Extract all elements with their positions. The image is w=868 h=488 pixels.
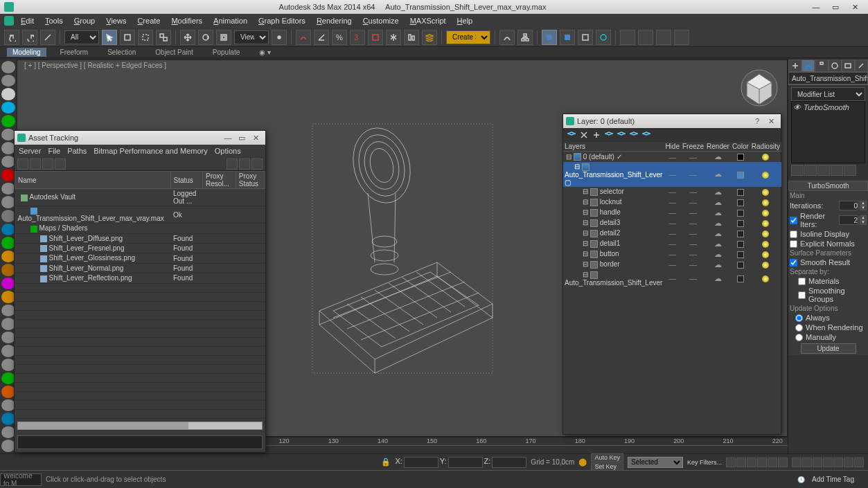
asset-slider[interactable] — [17, 422, 263, 430]
render-iters-input[interactable] — [839, 215, 858, 225]
smooth-result-check[interactable] — [790, 259, 797, 266]
asset-menu-paths[interactable]: Paths — [67, 147, 87, 155]
window-crossing-button[interactable] — [156, 30, 171, 45]
layer-row[interactable]: ⊟ detail2——☁ — [563, 228, 781, 239]
percent-snap-button[interactable]: % — [332, 30, 347, 45]
viewport-label[interactable]: [ + ] [ Perspective ] [ Realistic + Edge… — [24, 62, 166, 69]
update-manual-radio[interactable] — [795, 334, 803, 341]
asset-panel-maximize[interactable]: ▭ — [235, 134, 249, 143]
menu-modifiers[interactable]: Modifiers — [167, 15, 206, 26]
menu-animation[interactable]: Animation — [209, 15, 251, 26]
layer-row[interactable]: ⊟ detail3——☁ — [563, 218, 781, 228]
zoom-all-button[interactable] — [813, 458, 822, 467]
select-name-button[interactable] — [120, 30, 135, 45]
tab-display[interactable] — [842, 60, 855, 72]
asset-tool-4[interactable] — [55, 159, 66, 170]
goto-end-button[interactable] — [768, 458, 777, 467]
layer-panel[interactable]: Layer: 0 (default) ? ✕ LayersHideFreezeR… — [563, 114, 781, 435]
asset-col-name[interactable]: Name — [15, 172, 171, 189]
left-tool-26[interactable] — [1, 413, 15, 425]
remove-mod-button[interactable] — [831, 165, 843, 176]
left-tool-20[interactable] — [1, 332, 15, 344]
asset-menu-bitmap-performance-and-memory[interactable]: Bitmap Performance and Memory — [94, 147, 207, 155]
smoothing-groups-check[interactable] — [798, 291, 806, 299]
prev-frame-button[interactable] — [736, 458, 746, 467]
asset-row[interactable]: Auto_Transmission_Shift_Lever_max_vray.m… — [15, 206, 265, 224]
curve-editor-button[interactable] — [499, 30, 515, 45]
left-tool-9[interactable] — [1, 183, 15, 195]
layer-row[interactable]: ⊟ 0 (default) ✓——☁ — [563, 152, 781, 163]
sel-hl-button[interactable] — [603, 129, 614, 141]
left-tool-19[interactable] — [1, 318, 15, 330]
asset-tool-2[interactable] — [30, 159, 41, 170]
layer-row[interactable]: ⊟ detail1——☁ — [563, 239, 781, 249]
spinner-snap-button[interactable]: 3 — [350, 30, 365, 45]
asset-tool-3[interactable] — [42, 159, 53, 170]
left-tool-17[interactable] — [1, 291, 15, 303]
hide-unhide-button[interactable] — [628, 129, 639, 141]
y-input[interactable] — [448, 457, 483, 468]
render-frame-button[interactable] — [578, 30, 593, 45]
add-to-layer-button[interactable] — [591, 129, 602, 141]
app-menu-icon[interactable] — [4, 16, 14, 26]
minimize-button[interactable]: — — [807, 1, 825, 13]
goto-start-button[interactable] — [726, 458, 736, 467]
left-tool-0[interactable] — [1, 61, 15, 73]
asset-col-status[interactable]: Status — [170, 172, 203, 189]
asset-row[interactable]: Shift_Lever_Fresnel.pngFound — [15, 244, 265, 253]
pivot-button[interactable] — [272, 30, 287, 45]
left-tool-22[interactable] — [1, 359, 15, 371]
new-layer-button[interactable] — [566, 129, 577, 141]
tab-hierarchy[interactable] — [815, 60, 828, 72]
z-input[interactable] — [492, 457, 526, 468]
left-tool-8[interactable] — [1, 169, 15, 181]
isoline-check[interactable] — [790, 231, 797, 238]
spin-up[interactable]: ▲ — [860, 201, 867, 206]
render-iters-check[interactable] — [790, 217, 797, 224]
menu-views[interactable]: Views — [102, 15, 130, 26]
ribbon-tab-selection[interactable]: Selection — [102, 48, 141, 57]
add-time-tag[interactable]: Add Time Tag — [812, 476, 854, 483]
key-target-select[interactable]: Selected — [628, 457, 683, 468]
left-tool-28[interactable] — [1, 440, 15, 452]
select-object-button[interactable] — [102, 30, 117, 45]
layer-col-freeze[interactable]: Freeze — [681, 142, 705, 152]
ribbon-tab-modeling[interactable]: Modeling — [7, 48, 46, 57]
show-result-button[interactable] — [804, 165, 817, 176]
left-tool-18[interactable] — [1, 305, 15, 317]
update-render-radio[interactable] — [795, 324, 803, 332]
menu-rendering[interactable]: Rendering — [312, 15, 356, 26]
render-button[interactable] — [596, 30, 611, 45]
menu-create[interactable]: Create — [133, 15, 164, 26]
layer-row[interactable]: ⊟ Auto_Transmission_Shift_Lever——☁ — [563, 270, 781, 287]
asset-footer-input[interactable] — [17, 435, 263, 449]
zoom-button[interactable] — [802, 458, 812, 467]
left-tool-10[interactable] — [1, 196, 15, 208]
layer-row[interactable]: ⊟ locknut——☁ — [563, 197, 781, 208]
left-tool-13[interactable] — [1, 237, 15, 249]
ribbon-overflow[interactable]: ◉ ▾ — [254, 48, 276, 57]
auto-key-button[interactable]: Auto Key — [591, 453, 623, 462]
asset-row[interactable]: Shift_Lever_Normal.pngFound — [15, 263, 265, 273]
named-sel-button[interactable] — [368, 30, 383, 45]
next-frame-button[interactable] — [757, 458, 767, 467]
tab-create[interactable] — [788, 60, 801, 72]
reference-coord-select[interactable]: View — [234, 30, 269, 44]
unique-button[interactable] — [817, 165, 830, 176]
rollout-header[interactable]: TurboSmooth — [788, 181, 868, 191]
link-button[interactable] — [40, 30, 55, 45]
asset-menu-options[interactable]: Options — [215, 147, 241, 155]
iterations-input[interactable] — [839, 201, 858, 210]
modifier-stack[interactable]: 👁TurboSmooth — [791, 101, 865, 163]
left-tool-23[interactable] — [1, 372, 15, 385]
spin-down[interactable]: ▼ — [860, 206, 867, 210]
asset-row[interactable]: Shift_Lever_Reflection.pngFound — [15, 273, 265, 283]
tab-motion[interactable] — [829, 60, 842, 72]
layer-button[interactable] — [422, 30, 437, 45]
key-mode-button[interactable] — [778, 458, 788, 467]
asset-tool-5[interactable] — [227, 159, 238, 170]
x-input[interactable] — [404, 457, 439, 468]
layer-row[interactable]: ⊟ selector——☁ — [563, 187, 781, 197]
zoom-extents-button[interactable] — [833, 458, 843, 467]
layer-panel-help[interactable]: ? — [750, 117, 764, 125]
